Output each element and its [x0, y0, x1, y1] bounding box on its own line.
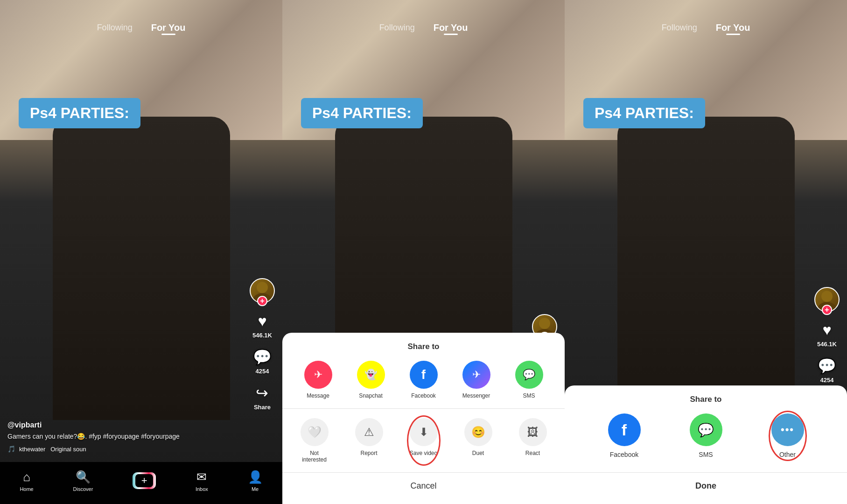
cancel-button-2[interactable]: Cancel — [392, 477, 455, 495]
comment-icon-3: 💬 — [818, 357, 836, 375]
ps4-banner-1: Ps4 PARTIES: — [19, 98, 140, 128]
comment-count-3: 4254 — [820, 377, 834, 384]
share-title-3: Share to — [565, 395, 847, 404]
save-video-label-2: Save video — [410, 450, 437, 456]
share-messenger-2[interactable]: ✈ Messenger — [462, 361, 490, 399]
heart-icon-3: ♥ — [822, 322, 831, 339]
other-label-3: Other — [779, 451, 796, 458]
follow-plus-1[interactable]: + — [257, 296, 267, 306]
follow-plus-3[interactable]: + — [822, 305, 832, 315]
action-not-interested-2[interactable]: 🤍 Notinterested — [301, 418, 329, 463]
done-button-3[interactable]: Done — [677, 477, 735, 495]
duet-icon-2: 😊 — [464, 418, 492, 446]
share-icon-1: ↪ — [256, 384, 268, 402]
share-message-2[interactable]: ✈ Message — [304, 361, 332, 399]
action-save-video-2[interactable]: ⬇ Save video — [410, 418, 438, 463]
nav-me-label-1: Me — [252, 486, 259, 492]
ps4-banner-2: Ps4 PARTIES: — [301, 98, 423, 128]
duet-label-2: Duet — [472, 450, 484, 456]
share-snapchat-2[interactable]: 👻 Snapchat — [357, 361, 385, 399]
action-react-2[interactable]: 🖼 React — [519, 418, 547, 463]
like-button-3[interactable]: ♥ 546.1K — [817, 322, 837, 348]
like-count-3: 546.1K — [817, 341, 837, 348]
share-title-2: Share to — [282, 342, 565, 351]
share-sms-3[interactable]: 💬 SMS — [690, 413, 722, 458]
nav-home-label-1: Home — [20, 486, 33, 492]
message-label-2: Message — [307, 392, 329, 399]
person-area-1 — [53, 117, 230, 420]
panel-1: Following For You Ps4 PARTIES: + ♥ 546.1… — [0, 0, 282, 504]
avatar-container-3[interactable]: + — [814, 287, 840, 312]
music-note-icon-1: 🎵 — [7, 445, 15, 453]
description-1: Gamers can you relate?😂. #fyp #foryoupag… — [7, 432, 245, 441]
snapchat-icon-2: 👻 — [357, 361, 385, 389]
react-icon-2: 🖼 — [519, 418, 547, 446]
action-row-2: 🤍 Notinterested ⚠ Report ⬇ Save video 😊 … — [282, 413, 565, 472]
music-text-1: kthewater Original soun — [19, 446, 86, 453]
share-apps-row-2: ✈ Message 👻 Snapchat f Facebook ✈ Messen… — [282, 361, 565, 408]
not-interested-label-2: Notinterested — [302, 450, 327, 463]
messenger-label-2: Messenger — [462, 392, 490, 399]
nav-inbox-label-1: Inbox — [196, 486, 208, 492]
nav-foryou-3[interactable]: For You — [716, 22, 750, 33]
react-label-2: React — [525, 450, 540, 456]
top-nav-3: Following For You — [565, 0, 847, 41]
create-inner-1: + — [135, 474, 153, 487]
nav-discover-label-1: Discover — [73, 486, 93, 492]
nav-following-1[interactable]: Following — [97, 23, 133, 33]
svg-point-4 — [821, 291, 833, 302]
share-apps-row-3: f Facebook 💬 SMS ••• Other — [565, 413, 847, 472]
create-btn-1[interactable]: + — [133, 472, 156, 489]
like-count-1: 546.1K — [252, 332, 272, 339]
share-facebook-3[interactable]: f Facebook — [608, 413, 641, 458]
nav-me-1[interactable]: 👤 Me — [248, 470, 263, 492]
facebook-icon-3: f — [608, 413, 641, 446]
sms-label-3: SMS — [699, 451, 713, 458]
nav-following-2[interactable]: Following — [379, 23, 415, 33]
inbox-icon-1: ✉ — [196, 470, 207, 484]
sms-icon-3: 💬 — [690, 413, 722, 446]
nav-home-1[interactable]: ⌂ Home — [20, 470, 33, 492]
action-report-2[interactable]: ⚠ Report — [355, 418, 383, 463]
facebook-icon-2: f — [410, 361, 438, 389]
music-info-1: 🎵 kthewater Original soun — [7, 445, 245, 453]
share-facebook-2[interactable]: f Facebook — [410, 361, 438, 399]
not-interested-icon-2: 🤍 — [301, 418, 329, 446]
comment-icon-1: 💬 — [253, 348, 272, 366]
nav-foryou-1[interactable]: For You — [151, 22, 186, 33]
report-label-2: Report — [360, 450, 377, 456]
share-sms-2[interactable]: 💬 SMS — [515, 361, 543, 399]
nav-following-3[interactable]: Following — [662, 23, 697, 33]
divider-2 — [282, 408, 565, 409]
heart-icon-1: ♥ — [258, 313, 266, 330]
discover-icon-1: 🔍 — [76, 470, 91, 484]
comment-button-1[interactable]: 💬 4254 — [253, 348, 272, 375]
nav-inbox-1[interactable]: ✉ Inbox — [196, 470, 208, 492]
bottom-info-1: @vipbarti Gamers can you relate?😂. #fyp … — [7, 421, 245, 453]
share-label-1: Share — [254, 404, 271, 411]
comment-count-1: 4254 — [256, 368, 269, 375]
panel-3: Following For You Ps4 PARTIES: + ♥ 546.1… — [565, 0, 847, 504]
action-duet-2[interactable]: 😊 Duet — [464, 418, 492, 463]
nav-discover-1[interactable]: 🔍 Discover — [73, 470, 93, 492]
me-icon-1: 👤 — [248, 470, 263, 484]
top-nav-1: Following For You — [0, 0, 282, 41]
right-sidebar-1: + ♥ 546.1K 💬 4254 ↪ Share — [250, 278, 275, 411]
message-icon-2: ✈ — [304, 361, 332, 389]
report-icon-2: ⚠ — [355, 418, 383, 446]
share-button-1[interactable]: ↪ Share — [254, 384, 271, 411]
other-icon-3: ••• — [771, 413, 804, 446]
username-1[interactable]: @vipbarti — [7, 421, 245, 429]
bottom-nav-1: ⌂ Home 🔍 Discover + ✉ Inbox 👤 Me — [0, 462, 282, 504]
like-button-1[interactable]: ♥ 546.1K — [252, 313, 272, 339]
ps4-banner-3: Ps4 PARTIES: — [583, 98, 705, 128]
nav-create-1[interactable]: + — [133, 472, 156, 489]
snapchat-label-2: Snapchat — [359, 392, 383, 399]
facebook-label-2: Facebook — [411, 392, 436, 399]
share-other-3[interactable]: ••• Other — [771, 413, 804, 458]
nav-foryou-2[interactable]: For You — [434, 22, 468, 33]
comment-button-3[interactable]: 💬 4254 — [818, 357, 836, 384]
avatar-container-1[interactable]: + — [250, 278, 275, 303]
sms-icon-2: 💬 — [515, 361, 543, 389]
save-video-icon-2: ⬇ — [410, 418, 438, 446]
